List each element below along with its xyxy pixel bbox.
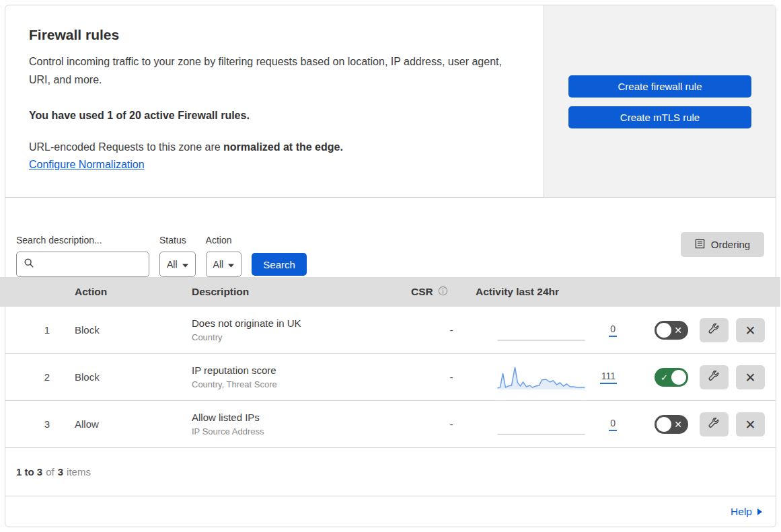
- rule-csr-value: -: [411, 324, 473, 336]
- rule-description[interactable]: Does not originate in UK: [192, 317, 411, 329]
- chevron-down-icon: [182, 259, 188, 270]
- delete-rule-button[interactable]: ✕: [736, 365, 765, 389]
- ordering-button[interactable]: Ordering: [681, 232, 764, 257]
- activity-count-link[interactable]: 111: [600, 371, 617, 384]
- create-firewall-rule-button[interactable]: Create firewall rule: [568, 75, 751, 98]
- status-filter-group: Status All: [159, 235, 196, 277]
- filter-bar: Search description... Status All: [5, 198, 776, 277]
- action-filter-group: Action All: [206, 235, 242, 277]
- edit-rule-button[interactable]: [700, 365, 729, 389]
- rule-action: Allow: [70, 418, 192, 430]
- intro-section: Firewall rules Control incoming traffic …: [5, 5, 776, 198]
- rule-description-cell: IP reputation score Country, Threat Scor…: [192, 365, 411, 389]
- rule-csr-value: -: [411, 418, 473, 430]
- toggle-knob: [671, 370, 686, 385]
- column-header-description: Description: [192, 286, 411, 298]
- rules-table-body: 1 Block Does not originate in UK Country…: [5, 307, 776, 448]
- rule-fields: Country, Threat Score: [192, 379, 411, 389]
- x-icon: ✕: [674, 326, 682, 335]
- column-header-activity: Activity last 24hr: [473, 286, 618, 298]
- rule-activity-cell: 0: [473, 318, 618, 342]
- table-header: Action Description CSR Activity last 24h…: [0, 277, 780, 307]
- rule-fields: Country: [192, 332, 411, 342]
- ordering-list-icon: [695, 239, 705, 251]
- pagination-items: items: [67, 466, 91, 478]
- page-description: Control incoming traffic to your zone by…: [29, 52, 520, 89]
- x-icon: ✕: [674, 420, 682, 429]
- rule-enabled-toggle[interactable]: ✓ ✕: [655, 415, 688, 434]
- intro-text-block: Firewall rules Control incoming traffic …: [5, 5, 544, 197]
- search-button[interactable]: Search: [252, 253, 307, 276]
- rule-fields: IP Source Address: [192, 426, 411, 436]
- edit-rule-button[interactable]: [700, 412, 729, 436]
- rule-controls: ✓ ✕ ✕: [618, 365, 776, 389]
- help-link[interactable]: Help: [731, 506, 762, 518]
- search-input[interactable]: [40, 259, 142, 270]
- edit-rule-button[interactable]: [700, 318, 729, 342]
- x-icon: ✕: [745, 323, 756, 338]
- rule-activity-cell: 0: [473, 412, 618, 436]
- chevron-down-icon: [228, 259, 234, 270]
- rule-action: Block: [70, 371, 192, 383]
- action-dropdown[interactable]: All: [206, 252, 242, 277]
- check-icon: ✓: [661, 373, 668, 381]
- rule-description-cell: Does not originate in UK Country: [192, 317, 411, 342]
- column-header-csr: CSR: [411, 286, 473, 299]
- configure-normalization-link[interactable]: Configure Normalization: [29, 159, 145, 170]
- action-label: Action: [206, 235, 242, 245]
- search-group: Search description...: [16, 235, 149, 277]
- rule-priority: 1: [5, 324, 70, 336]
- rule-description-cell: Allow listed IPs IP Source Address: [192, 412, 411, 436]
- firewall-card: Firewall rules Control incoming traffic …: [5, 5, 776, 527]
- status-dropdown-value: All: [167, 259, 178, 270]
- table-row: 1 Block Does not originate in UK Country…: [5, 307, 776, 354]
- normalization-note-bold: normalized at the edge.: [223, 141, 343, 153]
- firewall-rules-page: Firewall rules Control incoming traffic …: [0, 0, 781, 532]
- rule-csr-value: -: [411, 371, 473, 383]
- search-input-wrapper: [16, 252, 149, 277]
- activity-sparkline: [496, 318, 586, 342]
- normalization-note: URL-encoded Requests to this zone are no…: [29, 141, 523, 153]
- rule-activity-cell: 111: [473, 365, 618, 389]
- rule-enabled-toggle[interactable]: ✓ ✕: [655, 321, 688, 340]
- status-dropdown[interactable]: All: [159, 252, 196, 277]
- rule-priority: 2: [5, 371, 70, 383]
- delete-rule-button[interactable]: ✕: [736, 412, 765, 436]
- delete-rule-button[interactable]: ✕: [736, 318, 765, 342]
- wrench-icon: [708, 418, 720, 431]
- rule-action: Block: [70, 324, 192, 336]
- x-icon: ✕: [745, 370, 756, 385]
- search-icon: [24, 258, 34, 271]
- rule-controls: ✓ ✕ ✕: [618, 412, 776, 436]
- usage-summary: You have used 1 of 20 active Firewall ru…: [29, 110, 523, 122]
- normalization-note-prefix: URL-encoded Requests to this zone are: [29, 141, 223, 153]
- rule-controls: ✓ ✕ ✕: [618, 318, 776, 342]
- activity-sparkline: [496, 365, 586, 389]
- status-label: Status: [159, 235, 196, 245]
- actions-panel: Create firewall rule Create mTLS rule: [544, 5, 776, 197]
- search-label: Search description...: [16, 235, 149, 245]
- arrow-right-icon: [757, 508, 762, 515]
- wrench-icon: [708, 371, 720, 384]
- help-link-label: Help: [731, 506, 752, 518]
- info-icon[interactable]: [438, 286, 448, 299]
- pagination-total: 3: [58, 466, 63, 478]
- ordering-button-label: Ordering: [711, 239, 750, 250]
- toggle-knob: [657, 417, 671, 432]
- column-header-action: Action: [70, 286, 192, 298]
- action-dropdown-value: All: [213, 259, 224, 270]
- activity-count-link[interactable]: 0: [609, 418, 617, 431]
- rule-enabled-toggle[interactable]: ✓ ✕: [655, 368, 688, 387]
- column-header-csr-label: CSR: [411, 286, 433, 298]
- x-icon: ✕: [745, 417, 756, 432]
- create-mtls-rule-button[interactable]: Create mTLS rule: [568, 106, 751, 128]
- rule-description[interactable]: Allow listed IPs: [192, 412, 411, 423]
- activity-count-link[interactable]: 0: [609, 324, 617, 337]
- rule-description[interactable]: IP reputation score: [192, 365, 411, 376]
- help-bar: Help: [5, 496, 776, 527]
- table-row: 2 Block IP reputation score Country, Thr…: [5, 354, 776, 401]
- rule-priority: 3: [5, 418, 70, 430]
- pagination-range: 1 to 3: [16, 466, 42, 478]
- page-title: Firewall rules: [29, 27, 523, 43]
- toggle-knob: [657, 323, 671, 338]
